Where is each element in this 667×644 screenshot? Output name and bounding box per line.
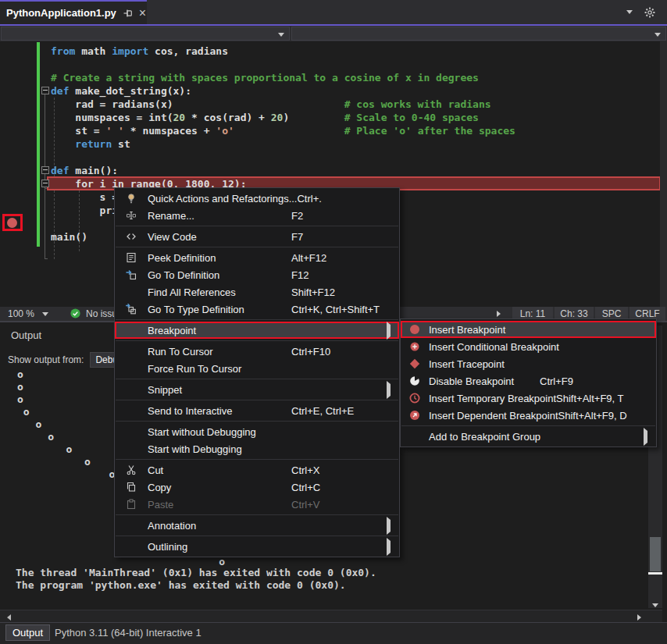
menu-shortcut: Ctrl+K, Ctrl+Shift+T bbox=[291, 304, 387, 315]
scrollbar-marker bbox=[648, 572, 662, 575]
pin-icon[interactable] bbox=[122, 7, 134, 20]
fold-collapse-icon[interactable] bbox=[41, 87, 49, 94]
chevron-down-icon bbox=[42, 312, 48, 316]
menu-item-label: Cut bbox=[148, 464, 291, 476]
menu-item-peek-definition[interactable]: Peek DefinitionAlt+F12 bbox=[115, 249, 399, 266]
menu-item-start-with-debugging[interactable]: Start with Debugging bbox=[115, 440, 399, 457]
menu-item-label: Force Run To Cursor bbox=[148, 363, 291, 375]
menu-item-find-all-references[interactable]: Find All ReferencesShift+F12 bbox=[115, 283, 399, 301]
menu-item-label: Annotation bbox=[148, 520, 291, 532]
menu-shortcut: Ctrl+V bbox=[291, 499, 387, 511]
peek-definition-icon bbox=[115, 251, 148, 264]
editor-zoom-control[interactable]: 100 % bbox=[8, 308, 48, 319]
navigation-bar bbox=[0, 26, 667, 41]
menu-item-label: Paste bbox=[148, 499, 291, 511]
code-line: def main(): bbox=[0, 164, 667, 177]
code-line bbox=[0, 151, 667, 164]
menu-item-go-to-definition[interactable]: Go To DefinitionF12 bbox=[115, 266, 399, 283]
scroll-right-icon[interactable] bbox=[637, 614, 641, 621]
paste-icon bbox=[115, 498, 148, 511]
fold-guide-tick bbox=[45, 258, 48, 259]
menu-item-add-to-breakpoint-group[interactable]: Add to Breakpoint Group bbox=[401, 428, 656, 445]
menu-shortcut: Ctrl+E, Ctrl+E bbox=[291, 405, 387, 417]
breakpoint-submenu: Insert BreakpointInsert Conditional Brea… bbox=[400, 318, 657, 447]
menu-item-label: Disable Breakpoint bbox=[429, 375, 540, 387]
menu-item-label: Find All References bbox=[148, 286, 291, 298]
menu-item-insert-conditional-breakpoint[interactable]: Insert Conditional Breakpoint bbox=[401, 338, 656, 355]
close-icon[interactable]: × bbox=[139, 8, 146, 19]
menu-item-label: Insert Conditional Breakpoint bbox=[429, 341, 559, 353]
menu-shortcut: Ctrl+F10 bbox=[291, 346, 387, 358]
lightbulb-icon bbox=[115, 192, 148, 205]
menu-item-insert-dependent-breakpoint[interactable]: Insert Dependent BreakpointShift+Alt+F9,… bbox=[401, 407, 656, 424]
visual-studio-window: PythonApplication1.py × bbox=[0, 0, 667, 644]
menu-item-cut[interactable]: CutCtrl+X bbox=[115, 461, 399, 479]
menu-item-start-without-debugging[interactable]: Start without Debugging bbox=[115, 423, 399, 440]
menu-item-disable-breakpoint[interactable]: Disable BreakpointCtrl+F9 bbox=[401, 372, 656, 390]
scroll-right-icon[interactable] bbox=[497, 311, 501, 317]
scroll-down-icon[interactable] bbox=[652, 603, 658, 607]
code-line: rad = radians(x) # cos works with radian… bbox=[0, 98, 667, 111]
tracepoint-icon bbox=[401, 358, 429, 370]
menu-item-insert-breakpoint[interactable]: Insert Breakpoint bbox=[401, 321, 656, 338]
gear-icon[interactable] bbox=[644, 6, 656, 19]
menu-item-paste: PasteCtrl+V bbox=[115, 496, 399, 513]
menu-separator bbox=[116, 319, 398, 320]
menu-separator bbox=[116, 535, 398, 536]
code-line: numspaces = int(20 * cos(rad) + 20) # Sc… bbox=[0, 111, 667, 124]
menu-item-label: Insert Breakpoint bbox=[429, 324, 540, 336]
dependent-breakpoint-icon bbox=[401, 409, 429, 422]
menu-separator bbox=[116, 421, 398, 422]
fold-collapse-icon[interactable] bbox=[41, 166, 49, 174]
tab-pythonapplication1-py[interactable]: PythonApplication1.py × bbox=[0, 0, 147, 24]
zoom-level: 100 % bbox=[8, 308, 34, 319]
nav-member-dropdown[interactable] bbox=[291, 27, 666, 41]
menu-shortcut: F7 bbox=[291, 231, 387, 243]
fold-collapse-icon[interactable] bbox=[41, 180, 49, 187]
menu-item-outlining[interactable]: Outlining bbox=[115, 538, 399, 555]
menu-shortcut: F12 bbox=[291, 269, 387, 281]
menu-separator bbox=[116, 247, 398, 247]
menu-item-view-code[interactable]: View CodeF7 bbox=[115, 228, 399, 245]
bottom-panel-tabs: Output Python 3.11 (64-bit) Interactive … bbox=[0, 622, 667, 644]
menu-item-label: Outlining bbox=[148, 541, 291, 553]
code-icon bbox=[115, 230, 148, 243]
menu-item-snippet[interactable]: Snippet bbox=[115, 381, 399, 398]
menu-item-rename[interactable]: Rename...F2 bbox=[115, 207, 399, 224]
menu-item-label: Start without Debugging bbox=[148, 426, 291, 438]
tab-output[interactable]: Output bbox=[5, 624, 50, 641]
menu-shortcut: Ctrl+X bbox=[291, 464, 387, 476]
scroll-left-icon[interactable] bbox=[7, 614, 11, 621]
menu-shortcut: Ctrl+. bbox=[297, 193, 392, 205]
editor-context-menu: Quick Actions and Refactorings...Ctrl+.R… bbox=[114, 187, 400, 557]
menu-item-breakpoint[interactable]: Breakpoint bbox=[115, 322, 399, 339]
menu-item-quick-actions-and-refactorings[interactable]: Quick Actions and Refactorings...Ctrl+. bbox=[115, 190, 399, 207]
menu-item-run-to-cursor[interactable]: Run To CursorCtrl+F10 bbox=[115, 343, 399, 360]
menu-item-annotation[interactable]: Annotation bbox=[115, 517, 399, 534]
submenu-arrow-icon bbox=[387, 520, 399, 532]
menu-separator bbox=[401, 425, 655, 426]
tab-title: PythonApplication1.py bbox=[6, 7, 116, 19]
menu-item-send-to-interactive[interactable]: Send to InteractiveCtrl+E, Ctrl+E bbox=[115, 402, 399, 419]
menu-item-copy[interactable]: CopyCtrl+C bbox=[115, 479, 399, 496]
output-message: The thread 'MainThread' (0x1) has exited… bbox=[16, 567, 376, 578]
submenu-arrow-icon bbox=[644, 431, 656, 443]
nav-project-dropdown[interactable] bbox=[1, 27, 290, 41]
menu-shortcut: Alt+F12 bbox=[291, 252, 387, 264]
menu-item-insert-tracepoint[interactable]: Insert Tracepoint bbox=[401, 355, 656, 372]
code-line: from math import cos, radians bbox=[0, 44, 667, 58]
output-panel-title: Output bbox=[11, 329, 41, 341]
submenu-arrow-icon bbox=[387, 541, 399, 553]
disable-breakpoint-icon bbox=[401, 375, 429, 387]
editor-vertical-scrollbar[interactable] bbox=[660, 41, 667, 307]
menu-item-insert-temporary-breakpoint[interactable]: Insert Temporary BreakpointShift+Alt+F9,… bbox=[401, 390, 656, 407]
scrollbar-thumb[interactable] bbox=[650, 537, 661, 571]
menu-item-label: Insert Tracepoint bbox=[429, 358, 540, 370]
menu-item-go-to-type-definition[interactable]: Go To Type DefinitionCtrl+K, Ctrl+Shift+… bbox=[115, 301, 399, 318]
code-line bbox=[0, 58, 667, 71]
tab-python-interactive[interactable]: Python 3.11 (64-bit) Interactive 1 bbox=[48, 624, 208, 641]
menu-shortcut: Ctrl+C bbox=[291, 482, 387, 493]
dropdown-caret-icon[interactable] bbox=[626, 10, 633, 14]
menu-item-force-run-to-cursor[interactable]: Force Run To Cursor bbox=[115, 360, 399, 377]
code-line: def make_dot_string(x): bbox=[0, 84, 667, 98]
